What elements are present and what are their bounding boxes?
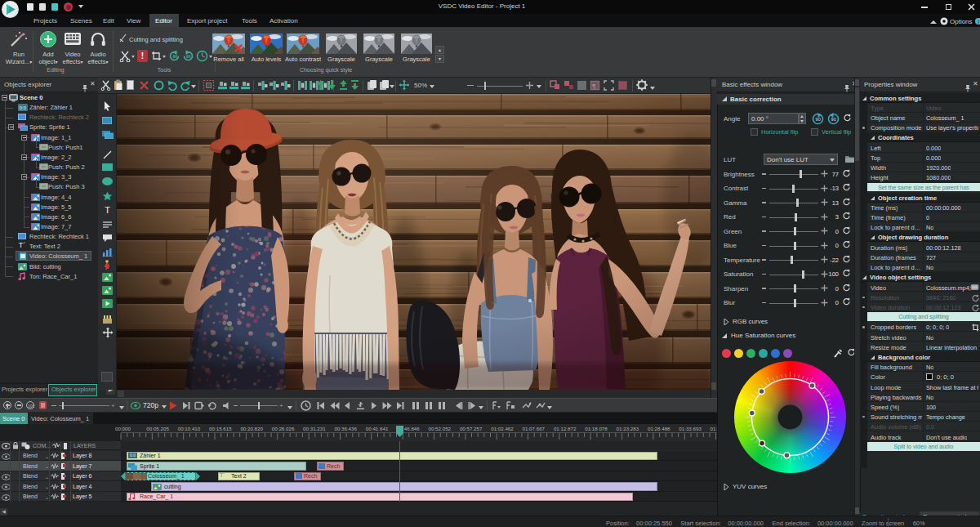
svg-text:00:36.436: 00:36.436	[334, 426, 357, 431]
svg-text:¶: ¶	[592, 83, 595, 90]
svg-text:00:20.820: 00:20.820	[240, 426, 263, 431]
svg-text:01:07.667: 01:07.667	[523, 426, 546, 431]
svg-text:00:52.052: 00:52.052	[429, 426, 452, 431]
svg-text:90: 90	[186, 54, 191, 59]
svg-text:00:26.026: 00:26.026	[272, 426, 295, 431]
svg-text:01:23.283: 01:23.283	[617, 426, 639, 431]
svg-text:01:28.488: 01:28.488	[648, 426, 670, 431]
svg-text:90: 90	[816, 117, 821, 122]
svg-text:01:18.078: 01:18.078	[585, 426, 608, 431]
svg-text:00:05.205: 00:05.205	[146, 426, 169, 431]
svg-text:00.000: 00.000	[115, 426, 131, 431]
svg-text:01:02.462: 01:02.462	[491, 426, 514, 431]
svg-text:01:38.898: 01:38.898	[710, 426, 717, 431]
svg-text:00:57.257: 00:57.257	[460, 426, 483, 431]
svg-text:00:41.641: 00:41.641	[366, 426, 389, 431]
svg-text:00:15.615: 00:15.615	[209, 426, 232, 431]
svg-text:01:12.872: 01:12.872	[554, 426, 577, 431]
svg-text:01:33.693: 01:33.693	[679, 426, 702, 431]
svg-text:0:0: 0:0	[20, 105, 27, 110]
svg-text:90: 90	[831, 117, 836, 122]
svg-text:90: 90	[173, 54, 178, 59]
svg-text:00:31.231: 00:31.231	[303, 426, 326, 431]
svg-text:00:10.410: 00:10.410	[178, 426, 201, 431]
